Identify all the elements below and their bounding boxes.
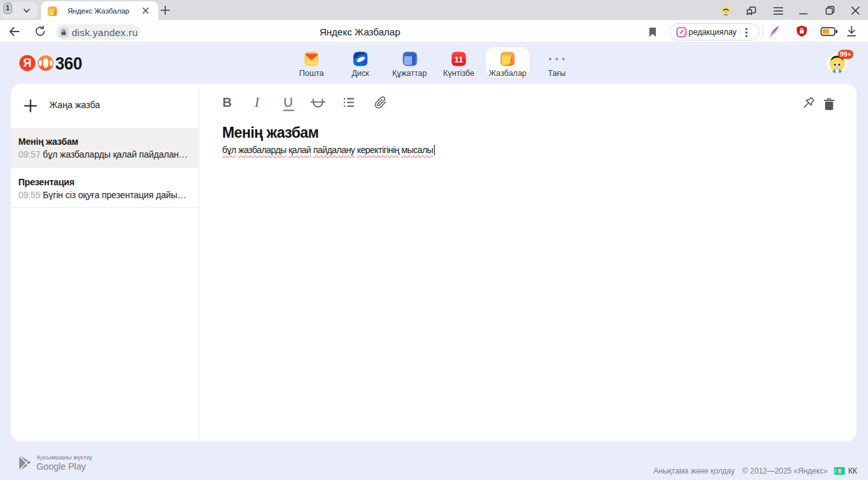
svg-text:I: I xyxy=(254,95,260,110)
svg-text:B: B xyxy=(222,95,231,109)
svg-text:Я: Я xyxy=(23,57,32,69)
svg-text:99+: 99+ xyxy=(840,50,851,58)
svg-text:U: U xyxy=(284,95,293,109)
svg-text:11: 11 xyxy=(454,54,464,64)
